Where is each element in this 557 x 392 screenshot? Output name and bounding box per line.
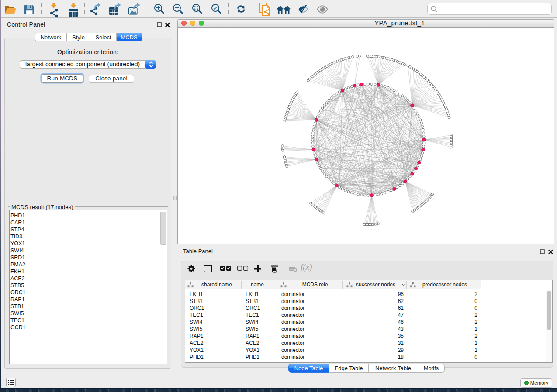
- svg-text:f(x): f(x): [301, 263, 312, 272]
